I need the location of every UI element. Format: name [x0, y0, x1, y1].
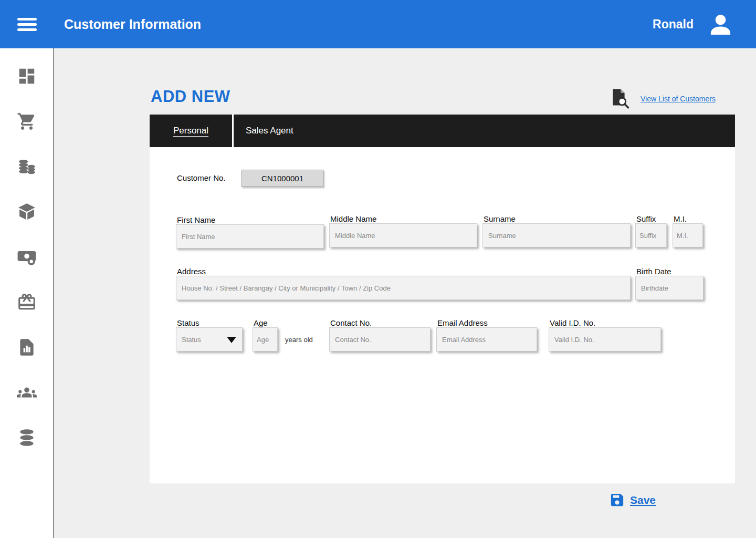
gift-icon[interactable]	[16, 292, 37, 313]
customer-no-value: CN1000001	[242, 170, 323, 187]
page-title: Customer Information	[64, 17, 201, 32]
contact-no-input[interactable]	[329, 327, 430, 351]
contact-no-label: Contact No.	[330, 318, 372, 327]
tab-personal[interactable]: Personal	[150, 115, 234, 147]
package-icon[interactable]	[16, 201, 37, 222]
middle-name-input[interactable]	[329, 223, 477, 247]
age-input[interactable]	[253, 327, 278, 351]
surname-input[interactable]	[482, 223, 631, 247]
customers-icon[interactable]	[16, 382, 37, 403]
cart-icon[interactable]	[16, 111, 37, 132]
user-avatar-icon[interactable]	[708, 12, 733, 37]
tab-sales-agent[interactable]: Sales Agent	[234, 115, 293, 147]
app-header: Customer Information Ronald	[0, 0, 756, 48]
save-icon	[609, 492, 625, 508]
age-label: Age	[254, 318, 268, 327]
dropdown-caret-icon	[227, 337, 236, 343]
valid-id-label: Valid I.D. No.	[550, 318, 595, 327]
address-input[interactable]	[176, 276, 631, 300]
mi-label: M.I.	[674, 214, 687, 223]
status-label: Status	[177, 318, 200, 327]
birth-date-label: Birth Date	[636, 267, 671, 276]
database-icon[interactable]	[16, 427, 37, 448]
mi-input[interactable]	[673, 223, 703, 247]
view-list-icon[interactable]	[609, 88, 630, 109]
save-label: Save	[630, 494, 656, 506]
suffix-input[interactable]	[635, 223, 667, 247]
menu-icon[interactable]	[17, 15, 37, 34]
tab-bar: Personal Sales Agent	[150, 115, 735, 147]
username-label: Ronald	[653, 17, 694, 32]
coins-icon[interactable]	[16, 156, 37, 177]
cash-icon[interactable]	[16, 246, 37, 267]
first-name-label: First Name	[177, 215, 215, 224]
address-label: Address	[177, 267, 206, 276]
sidebar	[0, 48, 54, 538]
report-icon[interactable]	[16, 337, 37, 358]
birth-date-input[interactable]	[635, 276, 704, 300]
status-select[interactable]: Status	[176, 327, 243, 351]
add-new-heading: ADD NEW	[151, 87, 230, 106]
middle-name-label: Middle Name	[330, 214, 376, 223]
surname-label: Surname	[484, 214, 516, 223]
dashboard-icon[interactable]	[16, 66, 37, 87]
email-label: Email Address	[437, 318, 488, 327]
personal-form-panel: Customer No. CN1000001 First Name Middle…	[150, 147, 735, 483]
valid-id-input[interactable]	[549, 327, 661, 351]
email-input[interactable]	[436, 327, 537, 351]
customer-no-label: Customer No.	[177, 173, 226, 182]
save-button[interactable]: Save	[609, 492, 656, 508]
view-list-link[interactable]: View List of Customers	[640, 95, 716, 103]
age-unit-label: years old	[285, 336, 313, 344]
first-name-input[interactable]	[176, 224, 324, 249]
suffix-label: Suffix	[636, 214, 656, 223]
